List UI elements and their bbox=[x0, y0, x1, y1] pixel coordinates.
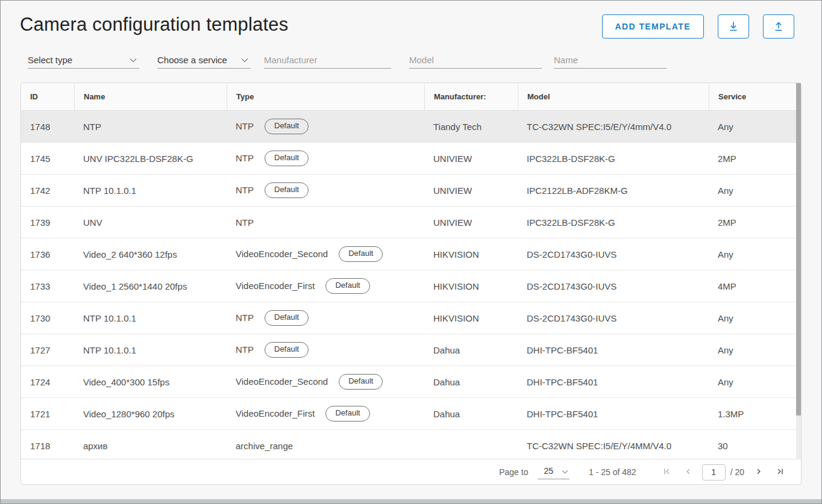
cell-type: NTP Default bbox=[227, 342, 424, 357]
cell-service: 30 bbox=[709, 441, 801, 451]
filter-bar: Select type Choose a service bbox=[1, 51, 821, 69]
default-badge: Default bbox=[265, 119, 309, 134]
first-page-icon bbox=[661, 466, 672, 479]
upload-button[interactable] bbox=[763, 14, 794, 39]
download-button[interactable] bbox=[718, 14, 749, 39]
manufacturer-input[interactable] bbox=[264, 55, 391, 65]
cell-type-label: NTP bbox=[236, 153, 254, 163]
model-filter bbox=[409, 51, 542, 69]
column-header-type: Type bbox=[227, 83, 424, 110]
cell-type-label: VideoEncoder_Second bbox=[236, 376, 328, 387]
cell-type-label: archive_range bbox=[236, 441, 293, 451]
model-input[interactable] bbox=[409, 55, 542, 65]
name-input[interactable] bbox=[554, 55, 667, 65]
cell-service: Any bbox=[709, 249, 801, 260]
default-badge: Default bbox=[265, 310, 309, 325]
cell-type: NTP bbox=[227, 217, 424, 228]
default-badge: Default bbox=[339, 374, 383, 389]
cell-name: архив bbox=[74, 441, 227, 451]
toolbar-actions: ADD TEMPLATE bbox=[602, 14, 794, 39]
next-page-button[interactable] bbox=[752, 465, 765, 480]
cell-type: NTP Default bbox=[227, 151, 424, 166]
cell-model: IPC322LB-DSF28K-G bbox=[518, 154, 709, 164]
cell-manufacturer: Dahua bbox=[424, 409, 518, 419]
chevron-left-icon bbox=[683, 466, 694, 479]
cell-id: 1724 bbox=[21, 377, 74, 387]
service-select[interactable]: Choose a service bbox=[157, 51, 251, 69]
default-badge: Default bbox=[265, 151, 309, 166]
table-row[interactable]: 1730 NTP 10.1.0.1 NTP Default HIKVISION … bbox=[21, 302, 801, 334]
column-header-service: Service bbox=[709, 83, 801, 110]
chevron-down-icon bbox=[130, 54, 137, 65]
default-badge: Default bbox=[265, 182, 309, 198]
cell-name: Video_2 640*360 12fps bbox=[74, 249, 227, 260]
scrollbar-thumb[interactable] bbox=[796, 83, 801, 415]
page-title: Camera configuration templates bbox=[20, 13, 288, 37]
add-template-button[interactable]: ADD TEMPLATE bbox=[602, 14, 704, 39]
column-header-name: Name bbox=[74, 83, 227, 110]
cell-model: TC-C32WN SPEC:I5/E/Y/4mm/V4.0 bbox=[518, 122, 709, 132]
last-page-button[interactable] bbox=[774, 465, 787, 480]
default-badge: Default bbox=[325, 278, 369, 293]
table-row[interactable]: 1718 архив archive_range TC-C32WN SPEC:I… bbox=[21, 430, 801, 459]
cell-model: DS-2CD1743G0-IUVS bbox=[518, 249, 709, 260]
cell-manufacturer: UNIVIEW bbox=[424, 154, 518, 164]
default-badge: Default bbox=[339, 246, 383, 261]
cell-service: 4MP bbox=[709, 281, 801, 291]
cell-type: VideoEncoder_Second Default bbox=[227, 246, 424, 261]
type-select-label: Select type bbox=[28, 55, 72, 65]
page-size-value: 25 bbox=[544, 466, 553, 476]
cell-model: IPC322LB-DSF28K-G bbox=[518, 217, 709, 228]
download-icon bbox=[727, 20, 740, 33]
cell-manufacturer: HIKVISION bbox=[424, 281, 518, 291]
table-row[interactable]: 1727 NTP 10.1.0.1 NTP Default Dahua DHI-… bbox=[21, 334, 801, 366]
table-body: 1748 NTP NTP Default Tiandy Tech TC-C32W… bbox=[21, 111, 801, 459]
cell-id: 1748 bbox=[21, 122, 74, 132]
current-page-input[interactable] bbox=[702, 464, 726, 481]
column-header-manufacturer: Manufacturer: bbox=[424, 83, 518, 110]
cell-name: UNV IPC322LB-DSF28K-G bbox=[74, 154, 227, 164]
first-page-button[interactable] bbox=[660, 465, 673, 480]
table-row[interactable]: 1733 Video_1 2560*1440 20fps VideoEncode… bbox=[21, 270, 801, 302]
table-row[interactable]: 1739 UNV NTP UNIVIEW IPC322LB-DSF28K-G 2… bbox=[21, 207, 801, 238]
page-size-select[interactable]: 25 bbox=[538, 465, 569, 479]
cell-id: 1745 bbox=[21, 154, 74, 164]
chevron-down-icon bbox=[562, 466, 568, 476]
column-header-id: ID bbox=[21, 83, 74, 110]
cell-manufacturer: Tiandy Tech bbox=[424, 122, 518, 132]
cell-name: Video_1280*960 20fps bbox=[74, 409, 227, 419]
table-row[interactable]: 1721 Video_1280*960 20fps VideoEncoder_F… bbox=[21, 398, 801, 430]
cell-id: 1733 bbox=[21, 281, 74, 291]
table-row[interactable]: 1724 Video_400*300 15fps VideoEncoder_Se… bbox=[21, 366, 801, 398]
chevron-right-icon bbox=[753, 466, 764, 479]
table-header: ID Name Type Manufacturer: Model Service bbox=[21, 83, 801, 111]
cell-service: 2MP bbox=[709, 217, 801, 228]
chevron-down-icon bbox=[241, 54, 248, 65]
cell-manufacturer: UNIVIEW bbox=[424, 185, 518, 196]
cell-model: DS-2CD1743G0-IUVS bbox=[518, 313, 709, 323]
cell-model: DHI-TPC-BF5401 bbox=[518, 409, 709, 419]
cell-service: 1.3MP bbox=[709, 409, 801, 419]
manufacturer-filter bbox=[264, 51, 391, 69]
table-row[interactable]: 1745 UNV IPC322LB-DSF28K-G NTP Default U… bbox=[21, 143, 801, 175]
cell-service: Any bbox=[709, 185, 801, 196]
cell-type-label: NTP bbox=[236, 121, 254, 131]
default-badge: Default bbox=[325, 406, 369, 421]
table-row[interactable]: 1742 NTP 10.1.0.1 NTP Default UNIVIEW IP… bbox=[21, 175, 801, 207]
cell-manufacturer: Dahua bbox=[424, 377, 518, 387]
cell-type-label: NTP bbox=[236, 313, 254, 323]
cell-type-label: VideoEncoder_First bbox=[236, 281, 315, 291]
pagination-bar: Page to 25 1 - 25 of 482 / 20 bbox=[21, 459, 801, 485]
cell-id: 1730 bbox=[21, 313, 74, 323]
previous-page-button[interactable] bbox=[682, 465, 695, 480]
table-row[interactable]: 1748 NTP NTP Default Tiandy Tech TC-C32W… bbox=[21, 111, 801, 143]
table-row[interactable]: 1736 Video_2 640*360 12fps VideoEncoder_… bbox=[21, 238, 801, 270]
type-select[interactable]: Select type bbox=[28, 51, 139, 69]
table-scrollbar bbox=[796, 83, 801, 459]
range-label: 1 - 25 of 482 bbox=[589, 467, 636, 477]
cell-name: Video_1 2560*1440 20fps bbox=[74, 281, 227, 291]
cell-type-label: NTP bbox=[236, 217, 254, 228]
last-page-icon bbox=[775, 466, 786, 479]
page-to-label: Page to bbox=[499, 467, 528, 477]
cell-type-label: NTP bbox=[236, 185, 254, 195]
